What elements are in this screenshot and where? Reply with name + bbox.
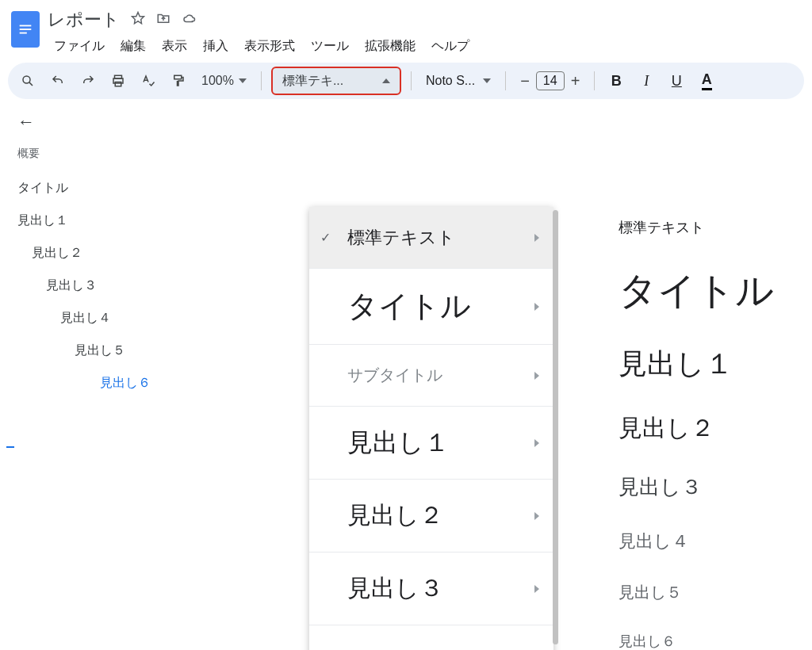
menu-help[interactable]: ヘルプ (425, 35, 476, 58)
print-icon[interactable] (106, 69, 130, 93)
decrease-font-size-button[interactable]: − (515, 72, 534, 90)
redo-icon[interactable] (76, 69, 100, 93)
menu-extensions[interactable]: 拡張機能 (358, 35, 422, 58)
undo-icon[interactable] (46, 69, 70, 93)
style-option-label: 見出し４ (347, 646, 443, 651)
doc-block-h4[interactable]: 見出し４ (619, 530, 774, 553)
style-option-subtitle[interactable]: サブタイトル (309, 345, 553, 407)
zoom-value: 100% (201, 74, 234, 88)
check-icon: ✓ (320, 230, 331, 245)
outline-item[interactable]: 見出し３ (17, 277, 189, 294)
increase-font-size-button[interactable]: + (566, 72, 585, 90)
doc-block-h1[interactable]: 見出し１ (619, 345, 774, 384)
style-option-label: 見出し３ (347, 572, 443, 605)
svg-marker-3 (132, 13, 144, 24)
menubar: ファイル 編集 表示 挿入 表示形式 ツール 拡張機能 ヘルプ (48, 35, 476, 58)
outline-summary-label: 概要 (17, 147, 189, 161)
move-folder-icon[interactable] (156, 11, 170, 29)
menu-insert[interactable]: 挿入 (197, 35, 235, 58)
chevron-down-icon (483, 78, 491, 83)
document-content[interactable]: 標準テキスト タイトル 見出し１ 見出し２ 見出し３ 見出し４ 見出し５ 見出し… (619, 218, 774, 650)
style-option-normal[interactable]: ✓ 標準テキスト (309, 207, 553, 269)
doc-block-h6[interactable]: 見出し６ (619, 632, 774, 650)
svg-point-4 (23, 76, 30, 83)
submenu-arrow-icon (534, 512, 539, 520)
spellcheck-icon[interactable] (136, 69, 160, 93)
font-family-select[interactable]: Noto S... (421, 74, 496, 88)
search-icon[interactable] (16, 69, 40, 93)
menu-tools[interactable]: ツール (304, 35, 355, 58)
bold-button[interactable]: B (604, 69, 628, 93)
submenu-arrow-icon (534, 372, 539, 380)
cloud-status-icon[interactable] (182, 11, 196, 29)
font-family-label: Noto S... (426, 74, 475, 88)
submenu-arrow-icon (534, 585, 539, 593)
paint-format-icon[interactable] (167, 69, 190, 93)
zoom-select[interactable]: 100% (197, 74, 251, 88)
chevron-down-icon (239, 78, 247, 83)
svg-rect-1 (20, 29, 32, 30)
paragraph-styles-select[interactable]: 標準テキ... (271, 67, 401, 95)
outline-close-icon[interactable]: ← (17, 112, 189, 132)
outline-item[interactable]: 見出し５ (17, 342, 189, 359)
outline-item-active[interactable]: 見出し６ (17, 375, 189, 392)
text-color-button[interactable]: A (695, 69, 718, 93)
style-option-label: 標準テキスト (347, 226, 455, 250)
outline-active-indicator (6, 446, 14, 448)
style-option-h3[interactable]: 見出し３ (309, 552, 553, 625)
style-option-label: 見出し２ (347, 499, 443, 532)
star-icon[interactable] (131, 11, 145, 29)
style-option-title[interactable]: タイトル (309, 269, 553, 345)
outline-item[interactable]: タイトル (17, 180, 189, 197)
submenu-arrow-icon (534, 303, 539, 311)
style-option-label: サブタイトル (347, 365, 442, 386)
style-option-h2[interactable]: 見出し２ (309, 480, 553, 552)
svg-line-5 (29, 82, 33, 86)
toolbar: 100% 標準テキ... Noto S... − 14 + B I U A (8, 63, 804, 99)
doc-block-h2[interactable]: 見出し２ (619, 412, 774, 445)
doc-block-h3[interactable]: 見出し３ (619, 473, 774, 501)
italic-button[interactable]: I (634, 69, 658, 93)
menu-view[interactable]: 表示 (155, 35, 193, 58)
underline-button[interactable]: U (665, 69, 688, 93)
doc-block-title[interactable]: タイトル (619, 266, 774, 316)
style-option-label: タイトル (347, 286, 471, 327)
paragraph-styles-label: 標準テキ... (282, 73, 343, 90)
style-option-label: 見出し１ (347, 426, 450, 461)
submenu-arrow-icon (534, 234, 539, 242)
svg-rect-9 (174, 75, 182, 79)
style-option-h1[interactable]: 見出し１ (309, 407, 553, 480)
document-title[interactable]: レポート (48, 8, 120, 32)
docs-logo-icon[interactable] (11, 11, 40, 48)
font-size-input[interactable]: 14 (536, 71, 565, 90)
style-option-h4[interactable]: 見出し４ (309, 625, 553, 650)
outline-panel: ← 概要 タイトル 見出し１ 見出し２ 見出し３ 見出し４ 見出し５ 見出し６ (0, 99, 206, 404)
outline-item[interactable]: 見出し２ (17, 245, 189, 262)
styles-menu-scrollbar[interactable] (553, 210, 558, 644)
submenu-arrow-icon (534, 439, 539, 447)
outline-item[interactable]: 見出し４ (17, 310, 189, 327)
doc-block-h5[interactable]: 見出し５ (619, 582, 774, 603)
menu-format[interactable]: 表示形式 (238, 35, 301, 58)
outline-item[interactable]: 見出し１ (17, 212, 189, 229)
svg-rect-0 (20, 25, 32, 27)
menu-edit[interactable]: 編集 (114, 35, 152, 58)
doc-block-normal[interactable]: 標準テキスト (619, 218, 774, 237)
menu-file[interactable]: ファイル (48, 35, 111, 58)
svg-rect-2 (20, 32, 27, 34)
chevron-up-icon (382, 78, 390, 83)
paragraph-styles-menu: ✓ 標準テキスト タイトル サブタイトル 見出し１ 見出し２ 見出し３ 見出し４ (309, 207, 553, 650)
